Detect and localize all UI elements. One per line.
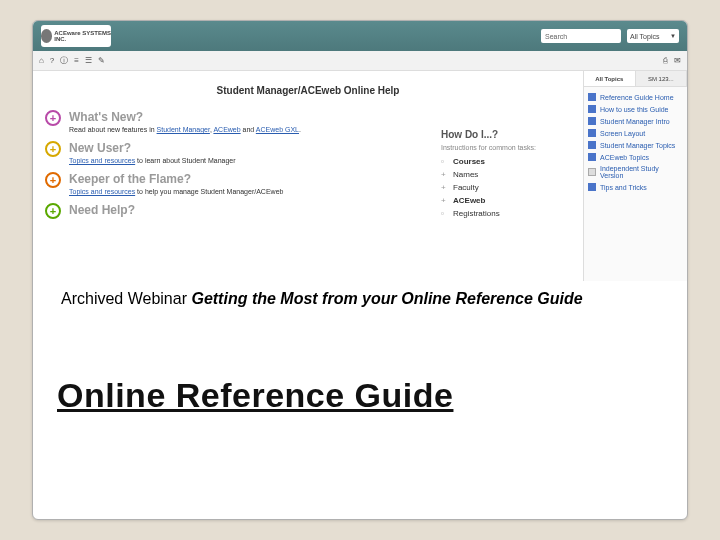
sidebar-item[interactable]: ACEweb Topics: [588, 151, 683, 163]
sidebar-item[interactable]: Tips and Tricks: [588, 181, 683, 193]
link[interactable]: Topics and resources: [69, 188, 135, 195]
expand-icon: ▫: [441, 157, 449, 166]
caption-prefix: Archived Webinar: [61, 290, 191, 307]
tab-all-topics[interactable]: All Topics: [584, 71, 636, 86]
howdo-title: How Do I...?: [441, 129, 571, 140]
toolbar: ⌂ ? ⓘ ≡ ☰ ✎ ⎙ ✉: [33, 51, 687, 71]
sidebar-item[interactable]: Student Manager Intro: [588, 115, 683, 127]
topics-select-label: All Topics: [630, 33, 659, 40]
howdo-label: Names: [453, 170, 478, 179]
help-title: Student Manager/ACEweb Online Help: [45, 85, 571, 96]
book-icon: [588, 153, 596, 161]
sidebar-item-label: Student Manager Intro: [600, 118, 670, 125]
slide: ACEware SYSTEMS INC. Search All Topics ▼…: [32, 20, 688, 520]
tab-sm123[interactable]: SM 123...: [636, 71, 688, 86]
howdo-label: Registrations: [453, 209, 500, 218]
expand-icon: +: [441, 170, 449, 179]
howdo-label: Faculty: [453, 183, 479, 192]
sidebar-item[interactable]: How to use this Guide: [588, 103, 683, 115]
sidebar-item[interactable]: Independent Study Version: [588, 163, 683, 181]
plus-icon[interactable]: +: [45, 141, 61, 157]
sidebar: All Topics SM 123... Reference Guide Hom…: [583, 71, 687, 281]
menu-icon[interactable]: ☰: [85, 56, 92, 65]
sidebar-item-label: How to use this Guide: [600, 106, 668, 113]
list-icon[interactable]: ≡: [74, 56, 79, 65]
desc-prefix: Read about new features in: [69, 126, 157, 133]
howdo-item[interactable]: +Faculty: [441, 183, 571, 192]
howdo-item[interactable]: +ACEweb: [441, 196, 571, 205]
how-do-i: How Do I...? Instructions for common tas…: [441, 129, 571, 222]
main-pane: Student Manager/ACEweb Online Help + Wha…: [33, 71, 583, 281]
book-icon: [588, 141, 596, 149]
howdo-item[interactable]: +Names: [441, 170, 571, 179]
sidebar-list: Reference Guide Home How to use this Gui…: [584, 87, 687, 197]
online-reference-guide-link[interactable]: Online Reference Guide: [57, 376, 453, 415]
content-row: Student Manager/ACEweb Online Help + Wha…: [33, 71, 687, 281]
plus-icon[interactable]: +: [45, 172, 61, 188]
plus-icon[interactable]: +: [45, 203, 61, 219]
sidebar-item-label: Independent Study Version: [600, 165, 683, 179]
book-icon: [588, 93, 596, 101]
logo: ACEware SYSTEMS INC.: [41, 25, 111, 47]
caption-area: Archived Webinar Getting the Most from y…: [33, 289, 687, 310]
link[interactable]: Topics and resources: [69, 157, 135, 164]
caption-title: Getting the Most from your Online Refere…: [191, 290, 582, 307]
plus-icon[interactable]: +: [45, 110, 61, 126]
section-title: What's New?: [69, 110, 571, 124]
sidebar-item[interactable]: Reference Guide Home: [588, 91, 683, 103]
caption: Archived Webinar Getting the Most from y…: [61, 289, 659, 310]
sidebar-tabs: All Topics SM 123...: [584, 71, 687, 87]
search-placeholder: Search: [545, 33, 567, 40]
chevron-down-icon: ▼: [670, 33, 676, 39]
link[interactable]: ACEweb: [213, 126, 240, 133]
sidebar-item-label: Student Manager Topics: [600, 142, 675, 149]
link[interactable]: Student Manager: [157, 126, 210, 133]
howdo-subtitle: Instructions for common tasks:: [441, 144, 571, 151]
home-icon[interactable]: ⌂: [39, 56, 44, 65]
help-icon[interactable]: ?: [50, 56, 54, 65]
howdo-label: Courses: [453, 157, 485, 166]
app-header: ACEware SYSTEMS INC. Search All Topics ▼: [33, 21, 687, 51]
info-icon[interactable]: ⓘ: [60, 55, 68, 66]
topics-select[interactable]: All Topics ▼: [627, 29, 679, 43]
logo-mark-icon: [41, 29, 52, 43]
expand-icon: ▫: [441, 209, 449, 218]
desc-suffix: .: [299, 126, 301, 133]
howdo-label: ACEweb: [453, 196, 485, 205]
howdo-item[interactable]: ▫Registrations: [441, 209, 571, 218]
edit-icon[interactable]: ✎: [98, 56, 105, 65]
expand-icon: +: [441, 196, 449, 205]
help-screenshot: ACEware SYSTEMS INC. Search All Topics ▼…: [33, 21, 687, 281]
print-icon[interactable]: ⎙: [663, 56, 668, 65]
sidebar-item[interactable]: Screen Layout: [588, 127, 683, 139]
sidebar-item-label: Tips and Tricks: [600, 184, 647, 191]
doc-icon: [588, 168, 596, 176]
book-icon: [588, 129, 596, 137]
book-icon: [588, 117, 596, 125]
link[interactable]: ACEweb GXL: [256, 126, 299, 133]
mail-icon[interactable]: ✉: [674, 56, 681, 65]
sidebar-item-label: Reference Guide Home: [600, 94, 674, 101]
logo-text: ACEware SYSTEMS INC.: [54, 30, 111, 42]
desc-suffix: to help you manage Student Manager/ACEwe…: [135, 188, 283, 195]
search-input[interactable]: Search: [541, 29, 621, 43]
sidebar-item-label: Screen Layout: [600, 130, 645, 137]
book-icon: [588, 105, 596, 113]
book-icon: [588, 183, 596, 191]
expand-icon: +: [441, 183, 449, 192]
desc-suffix: to learn about Student Manager: [135, 157, 235, 164]
howdo-item[interactable]: ▫Courses: [441, 157, 571, 166]
sidebar-item[interactable]: Student Manager Topics: [588, 139, 683, 151]
toolbar-right: ⎙ ✉: [663, 56, 681, 65]
sidebar-item-label: ACEweb Topics: [600, 154, 649, 161]
